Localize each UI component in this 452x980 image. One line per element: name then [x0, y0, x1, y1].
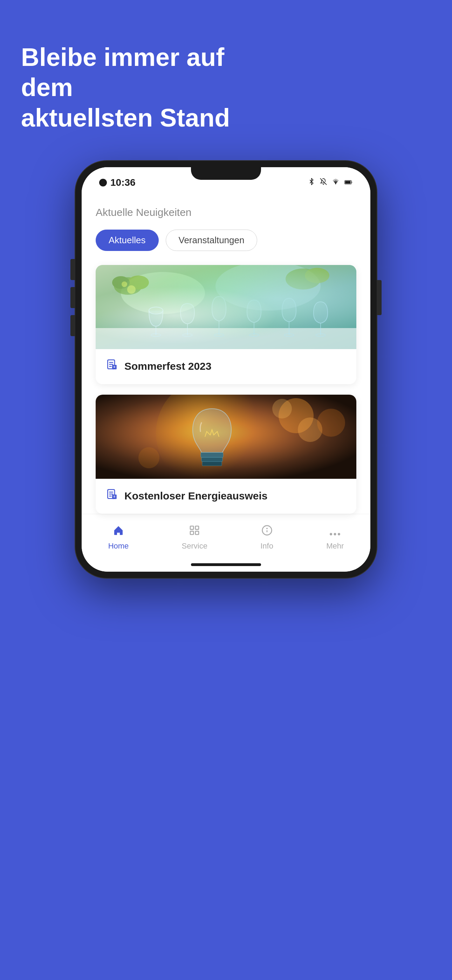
svg-point-57 [338, 533, 340, 535]
svg-rect-40 [201, 452, 223, 457]
svg-point-27 [122, 282, 127, 287]
nav-home-label: Home [108, 541, 129, 550]
status-bar: 10:36 [82, 167, 370, 192]
svg-point-55 [330, 533, 332, 535]
svg-point-22 [128, 275, 149, 290]
svg-point-20 [316, 334, 326, 336]
dots-icon [329, 525, 341, 539]
svg-rect-7 [95, 328, 357, 349]
svg-point-24 [286, 269, 321, 290]
svg-rect-41 [202, 457, 223, 461]
status-time: 10:36 [99, 177, 135, 188]
nav-home[interactable]: Home [101, 521, 136, 554]
app-content: Aktuelle Neuigkeiten Aktuelles Veranstal… [82, 192, 370, 514]
bottom-nav: Home Service [82, 514, 370, 558]
svg-point-1 [335, 184, 336, 185]
filter-aktuelles[interactable]: Aktuelles [95, 229, 159, 251]
svg-point-56 [334, 533, 336, 535]
svg-rect-4 [95, 265, 357, 349]
phone-screen: 10:36 [82, 167, 370, 572]
svg-point-10 [151, 334, 161, 336]
nav-mehr-label: Mehr [326, 541, 344, 550]
svg-point-14 [214, 334, 224, 336]
home-icon [113, 525, 124, 539]
svg-rect-49 [196, 526, 199, 529]
svg-point-36 [272, 399, 292, 418]
home-indicator [82, 558, 370, 572]
bluetooth-icon [308, 178, 315, 187]
svg-point-18 [284, 334, 294, 336]
grid-icon [189, 525, 200, 539]
hero-title: Bleibe immer auf dem aktuellsten Stand [21, 42, 266, 133]
phone-mockup: 10:36 [75, 161, 377, 578]
svg-point-38 [138, 447, 159, 468]
document-icon-2 [106, 488, 118, 503]
svg-point-5 [121, 272, 205, 314]
svg-point-26 [127, 285, 135, 294]
nav-mehr[interactable]: Mehr [319, 522, 351, 554]
svg-line-0 [320, 178, 326, 185]
card-title-sommerfest: Sommerfest 2023 [124, 360, 211, 372]
nav-info[interactable]: Info [253, 521, 280, 554]
svg-point-12 [183, 334, 193, 336]
document-icon [106, 359, 118, 374]
notch [191, 167, 261, 180]
wifi-icon [332, 178, 339, 187]
svg-point-25 [305, 268, 329, 283]
svg-point-21 [114, 277, 142, 295]
nav-service[interactable]: Service [175, 521, 215, 554]
svg-rect-50 [190, 531, 193, 535]
cards-list: Sommerfest 2023 [95, 265, 357, 514]
svg-point-37 [317, 409, 345, 437]
svg-rect-51 [196, 531, 199, 535]
card-body-energy: Kostenloser Energieausweis [95, 479, 357, 514]
card-image-sommerfest [95, 265, 357, 349]
battery-icon [344, 178, 353, 187]
filter-bar: Aktuelles Veranstaltungen [95, 229, 357, 251]
status-icons [308, 178, 353, 187]
svg-point-6 [215, 265, 321, 310]
camera-dot [99, 179, 107, 186]
svg-point-16 [249, 334, 259, 336]
info-icon [261, 525, 272, 539]
svg-point-23 [112, 276, 130, 289]
card-title-energy: Kostenloser Energieausweis [124, 490, 268, 502]
nav-service-label: Service [182, 541, 207, 550]
svg-rect-42 [202, 461, 222, 466]
filter-veranstaltungen[interactable]: Veranstaltungen [166, 229, 258, 251]
card-sommerfest[interactable]: Sommerfest 2023 [95, 265, 357, 384]
card-energy[interactable]: Kostenloser Energieausweis [95, 395, 357, 514]
card-body-sommerfest: Sommerfest 2023 [95, 349, 357, 384]
svg-rect-48 [190, 526, 193, 529]
svg-rect-3 [345, 181, 350, 184]
nav-info-label: Info [260, 541, 273, 550]
card-image-energy [95, 395, 357, 479]
bell-off-icon [320, 178, 327, 187]
home-bar [191, 563, 261, 566]
svg-point-8 [149, 307, 163, 314]
section-title: Aktuelle Neuigkeiten [95, 207, 357, 218]
